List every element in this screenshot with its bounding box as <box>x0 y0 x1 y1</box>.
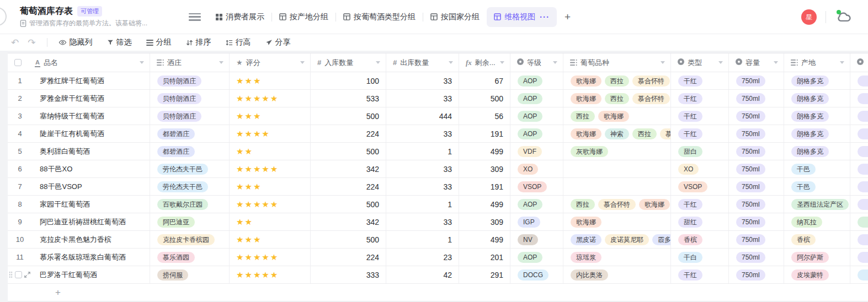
cell-grade[interactable]: AOP <box>510 72 563 89</box>
cell-outbound-qty[interactable]: 33 <box>386 72 459 89</box>
row-checkbox[interactable] <box>15 271 22 278</box>
cell-grade[interactable]: AOP <box>510 90 563 107</box>
cell-grape-varieties[interactable]: 歌海娜西拉慕合怀特 <box>563 90 671 107</box>
cell-country-clipped[interactable] <box>850 107 868 125</box>
column-header[interactable] <box>850 53 868 72</box>
column-dropdown-caret[interactable] <box>840 61 844 64</box>
cell-rating[interactable]: ★★★ <box>230 107 311 125</box>
cell-winery[interactable]: 贝特朗酒庄 <box>150 107 230 125</box>
cell-rating[interactable]: ★★★★★ <box>230 90 311 107</box>
cell-name[interactable]: 11慕乐署名版琼瑶浆白葡萄酒 <box>8 249 150 266</box>
cell-rating[interactable]: ★★★★ <box>230 125 311 142</box>
column-header[interactable]: 容量 <box>729 53 784 72</box>
cell-remaining[interactable]: 499 <box>459 143 510 160</box>
cell-type[interactable]: 干红 <box>671 90 729 107</box>
expand-row-icon[interactable] <box>24 272 30 278</box>
rating-stars[interactable]: ★★★★★ <box>236 164 279 174</box>
column-dropdown-caret[interactable] <box>300 61 305 64</box>
rating-stars[interactable]: ★★★ <box>236 182 262 192</box>
column-dropdown-caret[interactable] <box>376 61 380 64</box>
cell-remaining[interactable]: 56 <box>459 107 510 125</box>
cell-type[interactable]: 干白 <box>671 249 729 266</box>
column-header[interactable]: ★评分 <box>230 53 311 72</box>
cell-remaining[interactable]: 291 <box>459 266 510 283</box>
cell-volume[interactable]: 750ml <box>729 178 784 195</box>
cell-name[interactable]: 4陡崖干红有机葡萄酒 <box>8 125 150 142</box>
cell-winery[interactable]: 贝特朗酒庄 <box>150 72 230 89</box>
column-dropdown-caret[interactable] <box>774 61 778 64</box>
cell-inbound-qty[interactable]: 224 <box>311 125 386 142</box>
cell-origin[interactable]: 香槟 <box>784 231 850 248</box>
cell-volume[interactable]: 750ml <box>729 266 784 283</box>
cell-volume[interactable]: 750ml <box>729 213 784 230</box>
cell-winery[interactable]: 慕乐酒园 <box>150 249 230 266</box>
cell-outbound-qty[interactable]: 33 <box>386 125 459 142</box>
cell-country-clipped[interactable] <box>850 143 868 160</box>
cell-volume[interactable]: 750ml <box>729 196 784 213</box>
cell-country-clipped[interactable] <box>850 231 868 248</box>
cell-origin[interactable]: 朗格多克 <box>784 72 850 89</box>
rating-stars[interactable]: ★★★★★ <box>236 94 279 104</box>
column-dropdown-caret[interactable] <box>449 61 453 64</box>
cell-remaining[interactable]: 309 <box>459 160 510 177</box>
cell-inbound-qty[interactable]: 224 <box>311 178 386 195</box>
cell-grape-varieties[interactable] <box>563 160 671 177</box>
cell-origin[interactable]: 阿尔萨斯 <box>784 249 850 266</box>
cell-type[interactable]: 干红 <box>671 196 729 213</box>
cell-type[interactable]: 干红 <box>671 125 729 142</box>
cell-grade[interactable]: AOP <box>510 125 563 142</box>
redo-icon[interactable]: ↷ <box>28 38 35 47</box>
cell-remaining[interactable]: 499 <box>459 231 510 248</box>
cell-grape-varieties[interactable]: 西拉歌海娜 <box>563 107 671 125</box>
drag-handle-icon[interactable] <box>9 271 13 278</box>
cell-country-clipped[interactable] <box>850 72 868 89</box>
cell-outbound-qty[interactable]: 1 <box>386 196 459 213</box>
cell-volume[interactable]: 750ml <box>729 249 784 266</box>
cell-grade[interactable]: IGP <box>510 213 563 230</box>
view-tab[interactable]: 维格视图··· <box>487 7 557 27</box>
cell-country-clipped[interactable] <box>850 125 868 142</box>
cell-origin[interactable]: 纳瓦拉 <box>784 213 850 230</box>
rating-stars[interactable]: ★★★★★ <box>236 270 279 280</box>
cell-grade[interactable]: AOP <box>510 249 563 266</box>
cell-inbound-qty[interactable]: 342 <box>311 213 386 230</box>
cell-name[interactable]: 3塞纳特级干红葡萄酒 <box>8 107 150 125</box>
cell-origin[interactable]: 朗格多克 <box>784 143 850 160</box>
column-header[interactable]: #出库数量 <box>386 53 459 72</box>
cell-winery[interactable]: 克拉皮卡香槟园 <box>150 231 230 248</box>
cell-grape-varieties[interactable]: 歌海娜 <box>563 213 671 230</box>
rating-stars[interactable]: ★★★ <box>236 235 262 245</box>
cell-rating[interactable]: ★★★★★ <box>230 266 311 283</box>
cell-volume[interactable]: 750ml <box>729 125 784 142</box>
cell-volume[interactable]: 750ml <box>729 231 784 248</box>
cell-type[interactable]: 甜白 <box>671 143 729 160</box>
toolbar-button[interactable]: 分享 <box>265 37 291 47</box>
column-header[interactable]: 葡萄品种 <box>563 53 671 72</box>
sync-status-cloud-icon[interactable] <box>835 9 854 25</box>
toolbar-button[interactable]: 排序 <box>186 37 211 47</box>
cell-remaining[interactable]: 500 <box>459 90 510 107</box>
column-dropdown-caret[interactable] <box>553 61 557 64</box>
cell-type[interactable]: 香槟 <box>671 231 729 248</box>
cell-type[interactable]: XO <box>671 160 729 177</box>
cell-grade[interactable]: VSOP <box>510 178 563 195</box>
view-tab[interactable]: 消费者展示 <box>209 7 271 27</box>
column-dropdown-caret[interactable] <box>718 61 723 64</box>
cell-grade[interactable]: NV <box>510 231 563 248</box>
cell-country-clipped[interactable] <box>850 160 868 177</box>
cell-name[interactable]: 788干邑VSOP <box>8 178 150 195</box>
column-header[interactable]: #入库数量 <box>311 53 386 72</box>
cell-grape-varieties[interactable]: 黑皮诺皮诺莫尼耶霞多丽 <box>563 231 671 248</box>
cell-inbound-qty[interactable]: 224 <box>311 249 386 266</box>
cell-winery[interactable]: 劳伦杰夫干邑 <box>150 160 230 177</box>
view-tab[interactable]: 按国家分组 <box>423 7 487 27</box>
cell-grape-varieties[interactable]: 西拉慕合怀特歌海娜 <box>563 196 671 213</box>
cell-grape-varieties[interactable] <box>563 178 671 195</box>
cell-outbound-qty[interactable]: 33 <box>386 178 459 195</box>
cell-name[interactable]: 2罗雅金牌干红葡萄酒 <box>8 90 150 107</box>
cell-winery[interactable]: 贝特朗酒庄 <box>150 90 230 107</box>
cell-country-clipped[interactable] <box>850 196 868 213</box>
cell-name[interactable]: 1罗雅红牌干红葡萄酒 <box>8 72 150 89</box>
cell-name[interactable]: 688干邑XO <box>8 160 150 177</box>
cell-rating[interactable]: ★★★★★ <box>230 196 311 213</box>
